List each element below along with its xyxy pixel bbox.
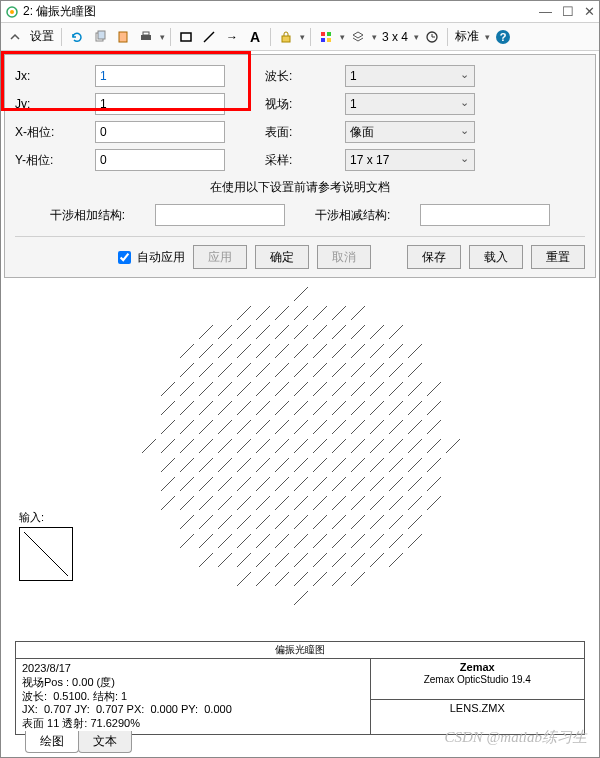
rect-icon[interactable] (176, 27, 196, 47)
grid-dropdown[interactable]: 3 x 4 (380, 30, 410, 44)
window-title: 2: 偏振光瞳图 (23, 3, 96, 20)
svg-line-181 (370, 553, 384, 567)
svg-line-189 (389, 458, 403, 472)
svg-line-43 (199, 458, 213, 472)
svg-line-118 (294, 496, 308, 510)
svg-line-121 (294, 553, 308, 567)
add-struct-input[interactable] (155, 204, 285, 226)
svg-line-92 (275, 306, 289, 320)
pupil-plot: 输入: (1, 281, 599, 641)
line-icon[interactable] (199, 27, 219, 47)
svg-line-151 (332, 534, 346, 548)
svg-line-61 (218, 553, 232, 567)
svg-line-48 (199, 553, 213, 567)
info-table: 偏振光瞳图 2023/8/17 视场Pos : 0.00 (度) 波长: 0.5… (15, 641, 585, 735)
text-icon[interactable]: A (245, 27, 265, 47)
svg-line-22 (161, 458, 175, 472)
palette-icon[interactable] (316, 27, 336, 47)
copy-icon[interactable] (90, 27, 110, 47)
ok-button[interactable]: 确定 (255, 245, 309, 269)
load-button[interactable]: 载入 (469, 245, 523, 269)
svg-line-182 (389, 325, 403, 339)
history-icon[interactable] (422, 27, 442, 47)
svg-line-88 (256, 515, 270, 529)
layers-icon[interactable] (348, 27, 368, 47)
xphase-input[interactable] (95, 121, 225, 143)
svg-line-18 (161, 382, 175, 396)
svg-line-209 (427, 439, 441, 453)
sampling-select[interactable]: 17 x 17 (345, 149, 475, 171)
collapse-icon[interactable] (5, 27, 25, 47)
auto-apply-checkbox[interactable]: 自动应用 (114, 248, 185, 267)
print-icon[interactable] (136, 27, 156, 47)
svg-line-87 (256, 496, 270, 510)
svg-line-206 (427, 382, 441, 396)
svg-line-154 (351, 306, 365, 320)
cancel-button[interactable]: 取消 (317, 245, 371, 269)
svg-line-142 (332, 363, 346, 377)
jx-input[interactable] (95, 65, 225, 87)
clipboard-icon[interactable] (113, 27, 133, 47)
svg-line-95 (275, 363, 289, 377)
svg-line-38 (199, 363, 213, 377)
svg-line-75 (237, 553, 251, 567)
svg-line-135 (313, 515, 327, 529)
maximize-button[interactable]: ☐ (562, 4, 574, 19)
svg-line-77 (256, 306, 270, 320)
standard-dropdown[interactable]: 标准 (453, 28, 481, 45)
surface-select[interactable]: 像面 (345, 121, 475, 143)
svg-line-178 (370, 496, 384, 510)
close-button[interactable]: ✕ (584, 4, 595, 19)
svg-line-213 (446, 439, 460, 453)
svg-line-185 (389, 382, 403, 396)
tab-text[interactable]: 文本 (78, 731, 132, 753)
svg-line-136 (313, 534, 327, 548)
svg-text:?: ? (500, 31, 507, 43)
sub-struct-input[interactable] (420, 204, 550, 226)
svg-line-85 (256, 458, 270, 472)
svg-rect-5 (141, 35, 151, 40)
svg-line-198 (408, 401, 422, 415)
field-select[interactable]: 1 (345, 93, 475, 115)
help-icon[interactable]: ? (493, 27, 513, 47)
svg-line-63 (237, 325, 251, 339)
add-struct-label: 干涉相加结构: (50, 207, 125, 224)
svg-line-104 (275, 534, 289, 548)
jy-input[interactable] (95, 93, 225, 115)
svg-line-37 (199, 344, 213, 358)
minimize-button[interactable]: — (539, 4, 552, 19)
settings-panel: Jx: 波长: 1 Jy: 视场: 1 X-相位: 表面: 像面 Y-相位: 采… (4, 54, 596, 278)
save-button[interactable]: 保存 (407, 245, 461, 269)
reset-button[interactable]: 重置 (531, 245, 585, 269)
svg-line-168 (351, 572, 365, 586)
svg-line-26 (180, 363, 194, 377)
svg-line-103 (275, 515, 289, 529)
svg-rect-7 (181, 33, 191, 41)
svg-line-160 (351, 420, 365, 434)
refresh-icon[interactable] (67, 27, 87, 47)
svg-line-156 (351, 344, 365, 358)
wavelength-select[interactable]: 1 (345, 65, 475, 87)
tab-plot[interactable]: 绘图 (25, 731, 79, 753)
svg-line-191 (389, 496, 403, 510)
svg-line-42 (199, 439, 213, 453)
settings-button[interactable]: 设置 (28, 28, 56, 45)
svg-line-56 (218, 458, 232, 472)
svg-line-51 (218, 363, 232, 377)
apply-button[interactable]: 应用 (193, 245, 247, 269)
lock-icon[interactable] (276, 27, 296, 47)
svg-line-165 (351, 515, 365, 529)
svg-line-200 (408, 439, 422, 453)
svg-line-93 (275, 325, 289, 339)
svg-line-204 (408, 515, 422, 529)
svg-line-144 (332, 401, 346, 415)
svg-line-192 (389, 515, 403, 529)
svg-line-31 (180, 458, 194, 472)
svg-line-105 (275, 553, 289, 567)
svg-line-19 (161, 401, 175, 415)
svg-line-67 (237, 401, 251, 415)
svg-line-124 (313, 306, 327, 320)
svg-line-132 (313, 458, 327, 472)
yphase-input[interactable] (95, 149, 225, 171)
arrow-icon[interactable]: → (222, 27, 242, 47)
